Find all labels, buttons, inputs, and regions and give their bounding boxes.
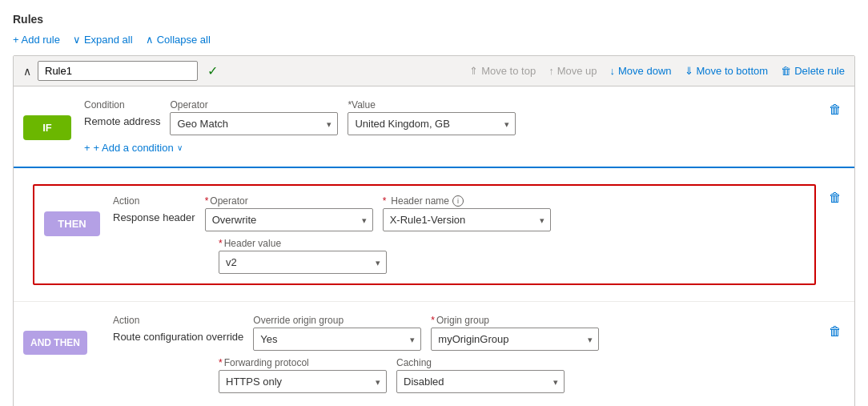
header-name-info-icon[interactable]: i [452,195,464,207]
override-select-wrapper: Yes ▾ [253,328,421,351]
origin-group-select-wrapper: myOriginGroup ▾ [431,328,599,351]
then-header-name-label: *Header name i [383,195,551,207]
rule-header: ∧ ✓ ⇑ Move to top ↑ Move up ↓ Move down … [14,56,854,86]
page-title: Rules [13,13,855,26]
and-then-badge: AND THEN [23,331,87,355]
then-operator-col: *Operator Overwrite ▾ [205,195,373,231]
then-operator-label: *Operator [205,195,373,207]
then-delete-button[interactable]: 🗑 [826,187,845,208]
if-delete-button[interactable]: 🗑 [826,99,845,120]
checkmark-icon: ✓ [207,63,218,78]
origin-group-label: *Origin group [431,315,599,326]
operator-select[interactable]: Geo Match [170,112,338,135]
header-value-label: *Header value [219,238,387,249]
delete-rule-button[interactable]: 🗑 Delete rule [781,65,845,77]
add-condition-icon: + [84,142,90,154]
forwarding-label: *Forwarding protocol [219,357,387,368]
override-col: Override origin group Yes ▾ [253,315,421,351]
caching-col: Caching Disabled ▾ [396,357,565,393]
override-label: Override origin group [253,315,421,326]
header-value-star: * [219,238,223,249]
and-then-row1: Action Route configuration override Over… [113,315,826,351]
add-rule-button[interactable]: + Add rule [13,34,60,46]
header-value-col: *Header value v2 ▾ [219,238,387,274]
value-col: *Value United Kingdom, GB ▾ [348,99,516,135]
value-select[interactable]: United Kingdom, GB [348,112,516,135]
and-then-action-value: Route configuration override [113,328,243,343]
override-select[interactable]: Yes [253,328,421,351]
header-value-select[interactable]: v2 [219,251,387,274]
collapse-icon: ∧ [146,34,154,46]
then-row: Action Response header *Operator Overwri… [113,195,805,231]
delete-icon: 🗑 [781,65,791,77]
then-badge: THEN [44,211,100,236]
caching-select[interactable]: Disabled [396,370,565,393]
move-up-icon: ↑ [549,65,554,77]
rule-actions: ⇑ Move to top ↑ Move up ↓ Move down ⇓ Mo… [469,65,845,77]
operator-star: * [205,195,209,207]
rule-name-input[interactable] [38,61,198,81]
and-then-action-label: Action [113,315,243,326]
header-name-select-wrapper: X-Rule1-Version ▾ [383,208,551,231]
add-condition-chevron: ∨ [177,143,183,152]
condition-value: Remote address [84,112,160,127]
operator-select-wrapper: Geo Match ▾ [170,112,338,135]
move-bottom-icon: ⇓ [685,65,693,77]
rule-container: ∧ ✓ ⇑ Move to top ↑ Move up ↓ Move down … [13,55,855,406]
move-down-icon: ↓ [610,65,616,77]
condition-block: Condition Remote address Operator Geo Ma… [84,99,813,154]
and-then-outer-row: AND THEN Action Route configuration over… [23,308,845,400]
move-up-button[interactable]: ↑ Move up [549,65,597,77]
value-label: *Value [348,99,516,111]
caching-select-wrapper: Disabled ▾ [396,370,565,393]
move-top-icon: ⇑ [469,65,478,77]
header-name-star: * [383,195,387,207]
collapse-all-button[interactable]: ∧ Collapse all [146,34,211,46]
then-header-name-col: *Header name i X-Rule1-Version ▾ [383,195,551,231]
move-to-bottom-button[interactable]: ⇓ Move to bottom [685,65,769,77]
and-then-action-col: Action Route configuration override [113,315,243,343]
collapse-chevron[interactable]: ∧ [23,65,31,78]
expand-icon: ∨ [73,34,81,46]
header-value-row: *Header value v2 ▾ [113,238,805,274]
origin-group-select[interactable]: myOriginGroup [431,328,599,351]
origin-group-col: *Origin group myOriginGroup ▾ [431,315,599,351]
condition-label: Condition [84,99,160,111]
operator-col: Operator Geo Match ▾ [170,99,338,135]
header-value-select-wrapper: v2 ▾ [219,251,387,274]
forwarding-star: * [219,357,223,368]
header-name-select[interactable]: X-Rule1-Version [383,208,551,231]
expand-all-button[interactable]: ∨ Expand all [73,34,133,46]
add-condition-button[interactable]: + + Add a condition ∨ [84,142,183,154]
and-then-section: AND THEN Action Route configuration over… [23,308,826,400]
forwarding-select[interactable]: HTTPS only [219,370,387,393]
then-operator-select[interactable]: Overwrite [205,208,373,231]
and-then-block: Action Route configuration override Over… [113,315,826,393]
forwarding-select-wrapper: HTTPS only ▾ [219,370,387,393]
then-action-col: Action Response header [113,195,195,223]
origin-star: * [431,315,435,326]
then-section: THEN Action Response header *Operator [33,184,816,285]
rule-body: IF Condition Remote address Operator Geo… [14,86,854,406]
move-to-top-button[interactable]: ⇑ Move to top [469,65,536,77]
then-action-label: Action [113,195,195,207]
caching-label: Caching [396,357,565,368]
and-then-row2: *Forwarding protocol HTTPS only ▾ [113,357,826,393]
condition-col: Condition Remote address [84,99,160,127]
and-then-wrapper: AND THEN Action Route configuration over… [14,302,854,406]
move-up-label: Move up [557,65,597,77]
then-outer-row: THEN Action Response header *Operator [23,175,845,295]
then-operator-select-wrapper: Overwrite ▾ [205,208,373,231]
if-section: IF Condition Remote address Operator Geo… [14,86,854,168]
condition-row: Condition Remote address Operator Geo Ma… [84,99,813,135]
then-wrapper: THEN Action Response header *Operator [14,168,854,302]
operator-label: Operator [170,99,338,111]
and-then-delete-button[interactable]: 🗑 [826,321,845,342]
value-select-wrapper: United Kingdom, GB ▾ [348,112,516,135]
move-down-button[interactable]: ↓ Move down [610,65,672,77]
forwarding-col: *Forwarding protocol HTTPS only ▾ [219,357,387,393]
if-badge: IF [23,115,71,140]
toolbar: + Add rule ∨ Expand all ∧ Collapse all [13,34,855,46]
then-action-value: Response header [113,208,195,223]
then-block: Action Response header *Operator Overwri… [113,195,805,274]
